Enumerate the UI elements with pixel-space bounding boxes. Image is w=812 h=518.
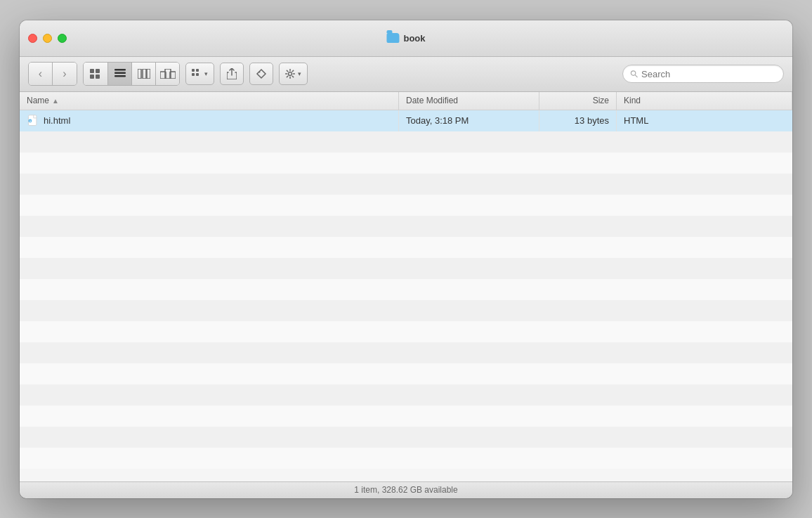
file-list: H hi.html Today, 3:18 PM 13 bytes HTML [20,110,792,481]
svg-rect-8 [143,69,146,79]
file-name-cell: H hi.html [20,110,399,131]
date-column-header[interactable]: Date Modified [399,92,539,110]
window-title-area: book [386,33,425,44]
name-column-header[interactable]: Name ▲ [20,92,399,110]
search-input[interactable] [641,69,776,79]
column-headers: Name ▲ Date Modified Size Kind [20,92,792,110]
svg-rect-0 [90,69,94,73]
empty-row [20,427,792,448]
folder-icon [386,33,399,43]
search-icon [630,70,638,78]
kind-column-header[interactable]: Kind [617,92,792,110]
column-icon [138,69,150,79]
svg-rect-6 [114,75,126,77]
forward-button[interactable]: › [53,63,77,85]
minimize-button[interactable] [43,34,52,43]
svg-rect-9 [147,69,150,79]
file-date-cell: Today, 3:18 PM [399,110,539,131]
back-button[interactable]: ‹ [29,63,53,85]
empty-row [20,216,792,237]
nav-buttons: ‹ › [28,62,77,86]
table-row[interactable]: H hi.html Today, 3:18 PM 13 bytes HTML [20,110,792,131]
status-bar: 1 item, 328.62 GB available [20,481,792,498]
file-kind-cell: HTML [617,110,792,131]
svg-point-17 [259,72,261,73]
empty-row [20,363,792,384]
share-icon [227,68,237,79]
status-text: 1 item, 328.62 GB available [354,485,457,495]
svg-rect-16 [196,73,199,76]
svg-rect-15 [192,73,195,76]
empty-row [20,279,792,300]
empty-row [20,406,792,427]
window-title: book [403,33,425,44]
close-button[interactable] [28,34,37,43]
arrange-button[interactable]: ▾ [185,63,214,85]
icon-view-button[interactable] [84,63,107,85]
search-box[interactable] [622,65,784,83]
traffic-lights [28,34,67,43]
list-view-button[interactable] [107,63,131,85]
empty-row [20,237,792,258]
svg-rect-1 [96,69,100,73]
svg-rect-4 [114,69,126,71]
svg-rect-5 [114,72,126,75]
svg-rect-2 [90,75,94,79]
tag-button[interactable] [249,63,273,85]
empty-row [20,174,792,195]
svg-rect-14 [196,69,199,72]
svg-line-20 [635,75,637,77]
action-dropdown-icon: ▾ [298,70,301,77]
svg-rect-13 [192,69,195,72]
svg-point-18 [289,72,292,76]
empty-row [20,321,792,342]
html-file-icon: H [27,115,39,127]
tag-icon [256,68,267,79]
cover-flow-icon [160,69,176,79]
arrange-icon [192,69,202,79]
empty-row [20,342,792,363]
action-button[interactable]: ▾ [279,63,308,85]
view-buttons [83,62,180,86]
empty-row [20,384,792,406]
empty-row [20,131,792,153]
empty-row [20,258,792,279]
gear-icon [285,69,295,79]
arrange-dropdown-icon: ▾ [204,70,208,77]
svg-point-19 [631,71,635,75]
finder-window: book ‹ › [20,20,792,498]
toolbar: ‹ › [20,57,792,92]
maximize-button[interactable] [58,34,67,43]
column-view-button[interactable] [131,63,155,85]
empty-row [20,300,792,321]
svg-rect-7 [138,69,141,79]
title-bar: book [20,20,792,57]
empty-row [20,195,792,216]
empty-row [20,448,792,469]
share-button[interactable] [220,63,244,85]
cover-flow-button[interactable] [155,63,179,85]
file-size-cell: 13 bytes [539,110,617,131]
svg-rect-3 [96,75,100,79]
sort-indicator: ▲ [52,97,59,105]
size-column-header[interactable]: Size [539,92,617,110]
list-icon [114,69,126,79]
empty-row [20,153,792,174]
grid-icon [90,69,101,79]
